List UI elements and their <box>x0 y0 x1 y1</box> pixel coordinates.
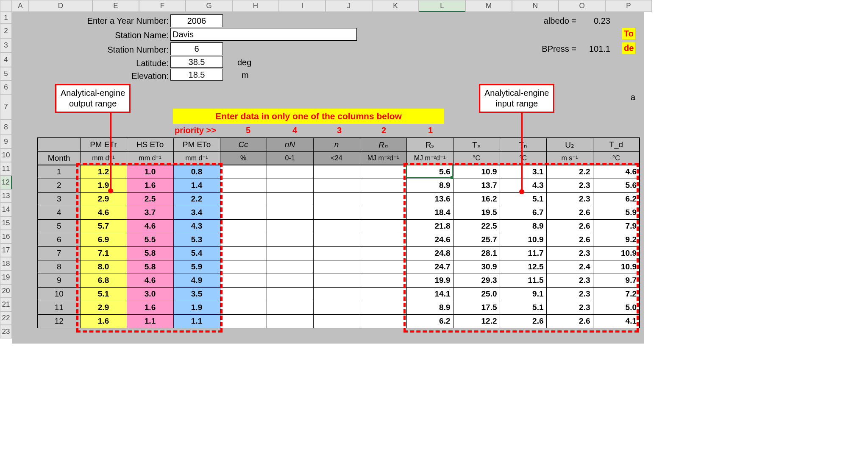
cell-r4-c2[interactable]: 4.6 <box>127 219 173 233</box>
cell-r8-c12[interactable]: 9.7 <box>593 274 640 287</box>
cell-r1-c8[interactable]: 8.9 <box>406 179 453 192</box>
cell-r9-c0[interactable]: 10 <box>38 287 80 301</box>
cell-r2-c11[interactable]: 2.3 <box>546 192 593 206</box>
cell-r7-c7[interactable] <box>360 260 406 274</box>
column-header-K[interactable]: K <box>372 0 419 12</box>
cell-r7-c5[interactable] <box>267 260 313 274</box>
cell-r0-c3[interactable]: 0.8 <box>173 165 220 179</box>
cell-r7-c2[interactable]: 5.8 <box>127 260 173 274</box>
cell-name[interactable]: Davis <box>170 28 357 41</box>
cell-r9-c9[interactable]: 25.0 <box>453 287 500 301</box>
column-header-P[interactable]: P <box>605 0 652 12</box>
cell-r6-c3[interactable]: 5.4 <box>173 246 220 260</box>
row-header-14[interactable]: 14 <box>0 203 12 216</box>
cell-r6-c9[interactable]: 28.1 <box>453 246 500 260</box>
cell-r5-c7[interactable] <box>360 233 406 246</box>
cell-r6-c8[interactable]: 24.8 <box>406 246 453 260</box>
cell-r4-c6[interactable] <box>313 219 360 233</box>
cell-r2-c10[interactable]: 5.1 <box>500 192 546 206</box>
cell-elev[interactable]: 18.5 <box>170 69 223 81</box>
cell-r6-c2[interactable]: 5.8 <box>127 246 173 260</box>
cell-r11-c4[interactable] <box>220 314 267 328</box>
cell-r4-c4[interactable] <box>220 219 267 233</box>
cell-r0-c0[interactable]: 1 <box>38 165 80 179</box>
cell-r8-c7[interactable] <box>360 274 406 287</box>
cell-r0-c4[interactable] <box>220 165 267 179</box>
column-header-M[interactable]: M <box>465 0 512 12</box>
cell-r9-c6[interactable] <box>313 287 360 301</box>
cell-r2-c7[interactable] <box>360 192 406 206</box>
row-header-11[interactable]: 11 <box>0 162 12 176</box>
row-header-3[interactable]: 3 <box>0 38 12 53</box>
cell-r7-c10[interactable]: 12.5 <box>500 260 546 274</box>
cell-r0-c5[interactable] <box>267 165 313 179</box>
cell-r7-c1[interactable]: 8.0 <box>80 260 127 274</box>
cell-r6-c10[interactable]: 11.7 <box>500 246 546 260</box>
cell-r0-c11[interactable]: 2.2 <box>546 165 593 179</box>
cell-r11-c12[interactable]: 4.1 <box>593 314 640 328</box>
row-header-10[interactable]: 10 <box>0 148 12 162</box>
cell-r10-c9[interactable]: 17.5 <box>453 301 500 314</box>
cell-r5-c12[interactable]: 9.2 <box>593 233 640 246</box>
cell-r10-c0[interactable]: 11 <box>38 301 80 314</box>
cell-r3-c6[interactable] <box>313 206 360 219</box>
cell-r0-c10[interactable]: 3.1 <box>500 165 546 179</box>
row-header-12[interactable]: 12 <box>0 176 12 189</box>
cell-r8-c8[interactable]: 19.9 <box>406 274 453 287</box>
cell-r7-c6[interactable] <box>313 260 360 274</box>
row-header-17[interactable]: 17 <box>0 243 12 257</box>
column-header-A[interactable]: A <box>12 0 29 12</box>
cell-r8-c2[interactable]: 4.6 <box>127 274 173 287</box>
row-header-21[interactable]: 21 <box>0 298 12 311</box>
cell-r2-c1[interactable]: 2.9 <box>80 192 127 206</box>
cell-r3-c11[interactable]: 2.6 <box>546 206 593 219</box>
cell-r3-c3[interactable]: 3.4 <box>173 206 220 219</box>
row-header-4[interactable]: 4 <box>0 53 12 67</box>
cell-r7-c3[interactable]: 5.9 <box>173 260 220 274</box>
cell-r6-c4[interactable] <box>220 246 267 260</box>
row-header-20[interactable]: 20 <box>0 284 12 298</box>
cell-r3-c5[interactable] <box>267 206 313 219</box>
cell-r1-c6[interactable] <box>313 179 360 192</box>
cell-r3-c2[interactable]: 3.7 <box>127 206 173 219</box>
cell-r10-c6[interactable] <box>313 301 360 314</box>
cell-r8-c3[interactable]: 4.9 <box>173 274 220 287</box>
column-header-D[interactable]: D <box>29 0 92 12</box>
cell-r8-c5[interactable] <box>267 274 313 287</box>
column-header-I[interactable]: I <box>279 0 326 12</box>
cell-r10-c11[interactable]: 2.3 <box>546 301 593 314</box>
cell-r5-c4[interactable] <box>220 233 267 246</box>
cell-r6-c6[interactable] <box>313 246 360 260</box>
cell-r3-c10[interactable]: 6.7 <box>500 206 546 219</box>
row-header-13[interactable]: 13 <box>0 189 12 203</box>
cell-r1-c9[interactable]: 13.7 <box>453 179 500 192</box>
cell-r4-c1[interactable]: 5.7 <box>80 219 127 233</box>
cell-r5-c1[interactable]: 6.9 <box>80 233 127 246</box>
cell-r9-c5[interactable] <box>267 287 313 301</box>
row-header-16[interactable]: 16 <box>0 230 12 243</box>
cell-r2-c0[interactable]: 3 <box>38 192 80 206</box>
cell-r10-c7[interactable] <box>360 301 406 314</box>
cell-r1-c0[interactable]: 2 <box>38 179 80 192</box>
row-header-1[interactable]: 1 <box>0 12 12 24</box>
cell-r1-c12[interactable]: 5.6 <box>593 179 640 192</box>
cell-r2-c4[interactable] <box>220 192 267 206</box>
cell-r4-c10[interactable]: 8.9 <box>500 219 546 233</box>
cell-r8-c4[interactable] <box>220 274 267 287</box>
column-header-E[interactable]: E <box>92 0 139 12</box>
cell-r5-c5[interactable] <box>267 233 313 246</box>
cell-r2-c12[interactable]: 6.2 <box>593 192 640 206</box>
row-header-5[interactable]: 5 <box>0 67 12 81</box>
column-header-H[interactable]: H <box>232 0 279 12</box>
cell-r4-c8[interactable]: 21.8 <box>406 219 453 233</box>
cell-r8-c6[interactable] <box>313 274 360 287</box>
cell-r0-c6[interactable] <box>313 165 360 179</box>
cell-r2-c5[interactable] <box>267 192 313 206</box>
cell-r10-c2[interactable]: 1.6 <box>127 301 173 314</box>
cell-r9-c1[interactable]: 5.1 <box>80 287 127 301</box>
spreadsheet[interactable]: ADEFGHIJKLMNOP 1234567891011121314151617… <box>0 0 644 344</box>
row-header-2[interactable]: 2 <box>0 24 12 38</box>
cell-r8-c0[interactable]: 9 <box>38 274 80 287</box>
cell-r9-c3[interactable]: 3.5 <box>173 287 220 301</box>
cell-r9-c8[interactable]: 14.1 <box>406 287 453 301</box>
